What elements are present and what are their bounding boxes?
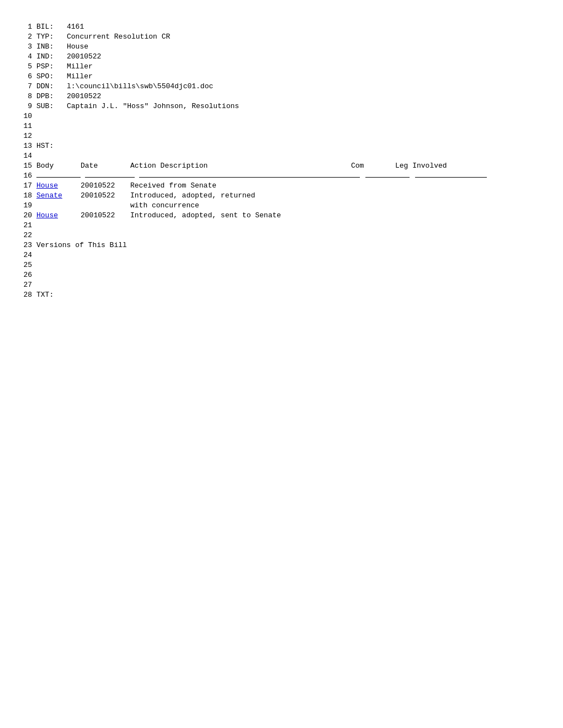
line-11: 11 <box>17 121 546 131</box>
line-25: 25 <box>17 260 546 270</box>
col-date-header: Date <box>81 161 130 171</box>
house-link-2[interactable]: House <box>36 211 58 220</box>
psp-value: Miller <box>67 62 546 72</box>
house-link-1[interactable]: House <box>36 181 58 190</box>
line-number-21: 21 <box>17 221 32 231</box>
line-number-27: 27 <box>17 280 32 290</box>
line-number-26: 26 <box>17 270 32 280</box>
history-row-2-body[interactable]: Senate <box>36 191 81 201</box>
ind-value: 20010522 <box>67 52 546 62</box>
line-number-2: 2 <box>17 32 32 42</box>
line-number-4: 4 <box>17 52 32 62</box>
history-row-3-action: Introduced, adopted, sent to Senate <box>130 211 351 221</box>
line-4: 4 IND: 20010522 <box>17 52 546 62</box>
history-row-2: Senate 20010522 Introduced, adopted, ret… <box>36 191 546 201</box>
history-divider <box>36 177 546 178</box>
line-4-content: IND: 20010522 <box>36 52 546 62</box>
line-number-1: 1 <box>17 22 32 32</box>
bil-value: 4161 <box>67 22 546 32</box>
divider-body <box>36 177 81 178</box>
line-28: 28 TXT: <box>17 290 546 300</box>
line-24: 24 <box>17 250 546 260</box>
line-26: 26 <box>17 270 546 280</box>
line-13: 13 HST: <box>17 141 546 151</box>
line-number-13: 13 <box>17 141 32 151</box>
ddn-label: DDN: <box>36 82 67 92</box>
line-number-19: 19 <box>17 201 32 211</box>
line-9: 9 SUB: Captain J.L. "Hoss" Johnson, Reso… <box>17 101 546 111</box>
typ-value: Concurrent Resolution CR <box>67 32 546 42</box>
line-9-content: SUB: Captain J.L. "Hoss" Johnson, Resolu… <box>36 101 546 111</box>
psp-label: PSP: <box>36 62 67 72</box>
line-number-24: 24 <box>17 250 32 260</box>
divider-date <box>85 177 135 178</box>
line-number-18: 18 <box>17 191 32 201</box>
line-22: 22 <box>17 231 546 240</box>
col-com-header: Com <box>351 161 395 171</box>
history-row-3: House 20010522 Introduced, adopted, sent… <box>36 211 546 221</box>
line-number-6: 6 <box>17 72 32 82</box>
line-2: 2 TYP: Concurrent Resolution CR <box>17 32 546 42</box>
divider-leg <box>415 177 487 178</box>
history-row-3-body[interactable]: House <box>36 211 81 221</box>
line-number-12: 12 <box>17 131 32 141</box>
line-19: 19 with concurrence <box>17 201 546 211</box>
line-number-11: 11 <box>17 121 32 131</box>
dpb-label: DPB: <box>36 92 67 101</box>
history-row-2-cont-action: with concurrence <box>130 201 351 211</box>
line-number-22: 22 <box>17 231 32 240</box>
line-7-content: DDN: l:\council\bills\swb\5504djc01.doc <box>36 82 546 92</box>
inb-label: INB: <box>36 42 67 52</box>
bil-label: BIL: <box>36 22 67 32</box>
history-row-1-body[interactable]: House <box>36 181 81 191</box>
line-13-content: HST: <box>36 141 546 151</box>
line-5-content: PSP: Miller <box>36 62 546 72</box>
line-number-3: 3 <box>17 42 32 52</box>
line-number-25: 25 <box>17 260 32 270</box>
history-row-2-action: Introduced, adopted, returned <box>130 191 351 201</box>
line-number-16: 16 <box>17 171 32 181</box>
spo-label: SPO: <box>36 72 67 82</box>
line-28-content: TXT: <box>36 290 546 300</box>
line-7: 7 DDN: l:\council\bills\swb\5504djc01.do… <box>17 82 546 92</box>
line-number-23: 23 <box>17 240 32 250</box>
line-number-7: 7 <box>17 82 32 92</box>
typ-label: TYP: <box>36 32 67 42</box>
spo-value: Miller <box>67 72 546 82</box>
history-row-2-cont: with concurrence <box>36 201 546 211</box>
line-8-content: DPB: 20010522 <box>36 92 546 101</box>
dpb-value: 20010522 <box>67 92 546 101</box>
line-20: 20 House 20010522 Introduced, adopted, s… <box>17 211 546 221</box>
divider-com <box>365 177 410 178</box>
col-body-header: Body <box>36 161 81 171</box>
history-row-1-date: 20010522 <box>81 181 130 191</box>
line-18: 18 Senate 20010522 Introduced, adopted, … <box>17 191 546 201</box>
line-14: 14 <box>17 151 546 161</box>
line-number-5: 5 <box>17 62 32 72</box>
line-10: 10 <box>17 111 546 121</box>
line-15: 15 Body Date Action Description Com Leg … <box>17 161 546 171</box>
line-21: 21 <box>17 221 546 231</box>
line-3-content: INB: House <box>36 42 546 52</box>
line-number-28: 28 <box>17 290 32 300</box>
line-number-9: 9 <box>17 101 32 111</box>
line-16: 16 <box>17 171 546 181</box>
txt-label: TXT: <box>36 290 67 300</box>
line-27: 27 <box>17 280 546 290</box>
versions-label: Versions of This Bill <box>36 240 546 250</box>
line-number-10: 10 <box>17 111 32 121</box>
inb-value: House <box>67 42 546 52</box>
col-action-header: Action Description <box>130 161 351 171</box>
history-row-1: House 20010522 Received from Senate <box>36 181 546 191</box>
line-12: 12 <box>17 131 546 141</box>
history-row-2-date: 20010522 <box>81 191 130 201</box>
line-number-8: 8 <box>17 92 32 101</box>
ind-label: IND: <box>36 52 67 62</box>
history-row-3-date: 20010522 <box>81 211 130 221</box>
divider-action <box>139 177 360 178</box>
line-6-content: SPO: Miller <box>36 72 546 82</box>
line-number-17: 17 <box>17 181 32 191</box>
line-1: 1 BIL: 4161 <box>17 22 546 32</box>
line-23: 23 Versions of This Bill <box>17 240 546 250</box>
senate-link-1[interactable]: Senate <box>36 191 62 200</box>
